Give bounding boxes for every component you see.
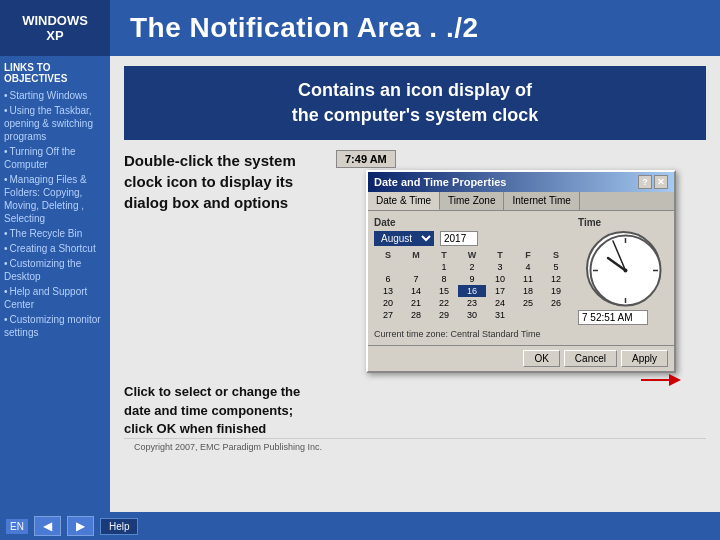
time-input-row [578, 310, 668, 325]
cal-day[interactable]: 11 [514, 273, 542, 285]
copyright-footer: Copyright 2007, EMC Paradigm Publishing … [124, 438, 706, 455]
tab-internet-time[interactable]: Internet Time [504, 192, 579, 210]
cal-day[interactable] [542, 309, 570, 321]
cal-day[interactable]: 4 [514, 261, 542, 273]
time-input[interactable] [578, 310, 648, 325]
dialog-help-btn[interactable]: ? [638, 175, 652, 189]
next-arrow-icon: ▶ [76, 519, 85, 533]
sidebar-item-customizing-monitor[interactable]: •Customizing monitor settings [4, 312, 106, 340]
year-input[interactable] [440, 231, 478, 246]
cal-day[interactable]: 17 [486, 285, 514, 297]
dialog-titlebar: Date and Time Properties ? ✕ [368, 172, 674, 192]
time-label: Time [578, 217, 668, 228]
sidebar-item-turning-off[interactable]: •Turning Off the Computer [4, 144, 106, 172]
time-column: Time [578, 217, 668, 325]
clock-svg [588, 233, 663, 308]
apply-button[interactable]: Apply [621, 350, 668, 367]
sidebar-item-using-taskbar[interactable]: •Using the Taskbar, opening & switching … [4, 103, 106, 144]
cal-day[interactable]: 8 [430, 273, 458, 285]
arrow-svg [641, 370, 681, 390]
cal-day[interactable]: 18 [514, 285, 542, 297]
cal-day[interactable]: 26 [542, 297, 570, 309]
month-select[interactable]: August [374, 231, 434, 246]
left-panel: Double-click the system clock icon to di… [124, 150, 324, 438]
svg-point-7 [623, 269, 627, 273]
cal-day[interactable]: 31 [486, 309, 514, 321]
cal-day[interactable]: 14 [402, 285, 430, 297]
cal-day[interactable]: 27 [374, 309, 402, 321]
click-text: Click to select or change the date and t… [124, 383, 324, 438]
cal-day[interactable]: 1 [430, 261, 458, 273]
cal-day[interactable]: 20 [374, 297, 402, 309]
prev-arrow-icon: ◀ [43, 519, 52, 533]
dialog-body: Date August [368, 211, 674, 345]
cal-day[interactable]: 6 [374, 273, 402, 285]
datetime-dialog: Date and Time Properties ? ✕ Date & Time… [366, 170, 676, 373]
content-banner: Contains an icon display of the computer… [124, 66, 706, 140]
tab-time-zone[interactable]: Time Zone [440, 192, 504, 210]
sidebar: LINKS TOOBJECTIVES •Starting Windows •Us… [0, 56, 110, 512]
cal-day[interactable]: 22 [430, 297, 458, 309]
cal-day[interactable]: 29 [430, 309, 458, 321]
content-area: Contains an icon display of the computer… [110, 56, 720, 512]
cal-day[interactable]: 12 [542, 273, 570, 285]
cal-header-wed: W [458, 249, 486, 261]
cal-day-selected[interactable]: 16 [458, 285, 486, 297]
cal-day[interactable]: 5 [542, 261, 570, 273]
dialog-close-btn[interactable]: ✕ [654, 175, 668, 189]
tab-date-time[interactable]: Date & Time [368, 192, 440, 210]
cal-day[interactable] [514, 309, 542, 321]
cal-day[interactable]: 23 [458, 297, 486, 309]
cal-day[interactable]: 15 [430, 285, 458, 297]
cal-day[interactable]: 9 [458, 273, 486, 285]
sidebar-item-help-support[interactable]: •Help and Support Center [4, 284, 106, 312]
calendar-grid: S M T W T F S [374, 249, 570, 321]
cal-day[interactable]: 19 [542, 285, 570, 297]
copyright-text: Copyright 2007, EMC Paradigm Publishing … [134, 442, 322, 452]
cal-day[interactable]: 10 [486, 273, 514, 285]
sidebar-item-creating-shortcut[interactable]: •Creating a Shortcut [4, 241, 106, 256]
cal-day[interactable] [374, 261, 402, 273]
dialog-footer: OK Cancel Apply [368, 345, 674, 371]
dialog-title: Date and Time Properties [374, 176, 506, 188]
cancel-button[interactable]: Cancel [564, 350, 617, 367]
timezone-label: Current time zone: Central Standard Time [374, 329, 668, 339]
sidebar-heading: LINKS TOOBJECTIVES [4, 62, 106, 84]
cal-day[interactable]: 30 [458, 309, 486, 321]
logo-line1: WINDOWS [22, 13, 88, 28]
sidebar-item-starting-windows[interactable]: •Starting Windows [4, 88, 106, 103]
analog-clock [586, 231, 661, 306]
header: WINDOWS XP The Notification Area . ./2 [0, 0, 720, 56]
cal-header-sat: S [542, 249, 570, 261]
help-button[interactable]: Help [100, 518, 139, 535]
sidebar-item-customizing-desktop[interactable]: •Customizing the Desktop [4, 256, 106, 284]
cal-day[interactable] [402, 261, 430, 273]
logo: WINDOWS XP [0, 0, 110, 56]
language-indicator: EN [6, 519, 28, 534]
time-bubble[interactable]: 7:49 AM [336, 150, 396, 168]
dialog-controls: ? ✕ [638, 175, 668, 189]
cal-day[interactable]: 24 [486, 297, 514, 309]
logo-line2: XP [46, 28, 63, 43]
cal-day[interactable]: 3 [486, 261, 514, 273]
cal-day[interactable]: 25 [514, 297, 542, 309]
cal-header-fri: F [514, 249, 542, 261]
prev-button[interactable]: ◀ [34, 516, 61, 536]
next-button[interactable]: ▶ [67, 516, 94, 536]
cal-day[interactable]: 13 [374, 285, 402, 297]
main-area: LINKS TOOBJECTIVES •Starting Windows •Us… [0, 56, 720, 512]
cal-day[interactable]: 28 [402, 309, 430, 321]
cal-header-thu: T [486, 249, 514, 261]
cal-header-sun: S [374, 249, 402, 261]
cal-day[interactable]: 2 [458, 261, 486, 273]
cal-header-mon: M [402, 249, 430, 261]
sidebar-item-recycle-bin[interactable]: •The Recycle Bin [4, 226, 106, 241]
ok-button[interactable]: OK [523, 350, 559, 367]
cal-day[interactable]: 7 [402, 273, 430, 285]
dialog-tabs: Date & Time Time Zone Internet Time [368, 192, 674, 211]
date-column: Date August [374, 217, 570, 325]
right-panel: 7:49 AM Date and Time Properties ? ✕ Dat… [336, 150, 706, 430]
sidebar-item-managing-files[interactable]: •Managing Files & Folders: Copying, Movi… [4, 172, 106, 226]
cal-day[interactable]: 21 [402, 297, 430, 309]
cal-header-tue: T [430, 249, 458, 261]
